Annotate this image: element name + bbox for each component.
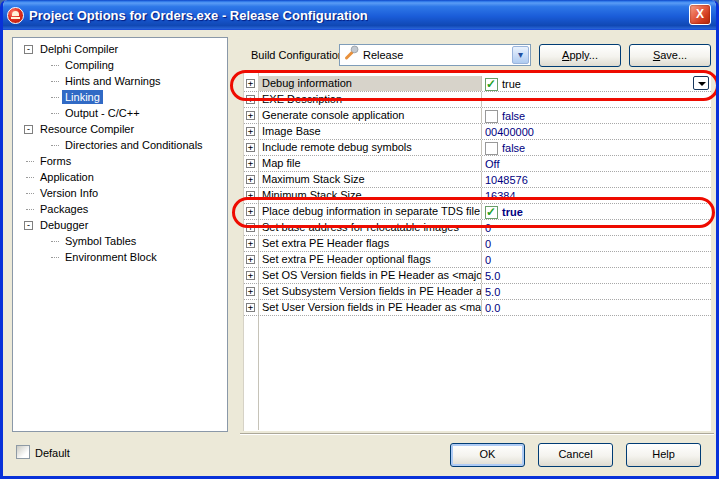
ok-button[interactable]: OK bbox=[450, 443, 525, 467]
close-button[interactable]: X bbox=[689, 4, 711, 25]
property-value[interactable] bbox=[481, 92, 711, 107]
property-value[interactable]: 16384 bbox=[481, 188, 711, 203]
grid-row-set-user-version-fields-in-pe-header-as-major[interactable]: +Set User Version fields in PE Header as… bbox=[244, 300, 711, 316]
tree-item-symbol-tables[interactable]: Symbol Tables bbox=[13, 233, 227, 249]
tree-collapse-box[interactable]: - bbox=[24, 45, 33, 54]
checked-checkbox[interactable] bbox=[485, 78, 498, 91]
combo-dropdown-button[interactable]: ▾ bbox=[512, 46, 529, 64]
grid-row-generate-console-application[interactable]: +Generate console applicationfalse bbox=[244, 108, 711, 124]
grid-row-place-debug-information-in-separate-tds-file[interactable]: +Place debug information in separate TDS… bbox=[244, 204, 711, 220]
grid-row-set-subsystem-version-fields-in-pe-header-as[interactable]: +Set Subsystem Version fields in PE Head… bbox=[244, 284, 711, 300]
grid-row-gutter: + bbox=[244, 271, 258, 280]
value-dropdown-button[interactable] bbox=[693, 76, 709, 90]
property-value[interactable]: 0.0 bbox=[481, 300, 711, 315]
tree-item-application[interactable]: Application bbox=[13, 169, 227, 185]
build-configuration-combo[interactable]: Release ▾ bbox=[339, 44, 531, 66]
tree-item-compiling[interactable]: Compiling bbox=[13, 57, 227, 73]
property-value[interactable]: 0 bbox=[481, 220, 711, 235]
tree-item-directories-and-conditionals[interactable]: Directories and Conditionals bbox=[13, 137, 227, 153]
properties-grid[interactable]: +Debug informationtrue+EXE Description+G… bbox=[243, 71, 711, 431]
property-value[interactable]: false bbox=[481, 108, 711, 123]
tree-item-version-info[interactable]: Version Info bbox=[13, 185, 227, 201]
tree-collapse-box[interactable]: - bbox=[24, 221, 33, 230]
checked-checkbox[interactable] bbox=[485, 206, 498, 219]
grid-row-maximum-stack-size[interactable]: +Maximum Stack Size1048576 bbox=[244, 172, 711, 188]
titlebar[interactable]: Project Options for Orders.exe - Release… bbox=[0, 0, 719, 30]
grid-row-gutter: + bbox=[244, 175, 258, 184]
expand-box[interactable]: + bbox=[246, 207, 255, 216]
expand-box[interactable]: + bbox=[246, 287, 255, 296]
footer-separator bbox=[240, 433, 714, 435]
grid-row-set-extra-pe-header-optional-flags[interactable]: +Set extra PE Header optional flags0 bbox=[244, 252, 711, 268]
tree-item-label: Environment Block bbox=[62, 250, 160, 264]
expand-box[interactable]: + bbox=[246, 191, 255, 200]
property-value[interactable]: false bbox=[481, 140, 711, 155]
grid-row-image-base[interactable]: +Image Base00400000 bbox=[244, 124, 711, 140]
unchecked-checkbox[interactable] bbox=[485, 110, 498, 123]
grid-row-minimum-stack-size[interactable]: +Minimum Stack Size16384 bbox=[244, 188, 711, 204]
expand-box[interactable]: + bbox=[246, 143, 255, 152]
property-value[interactable]: 5.0 bbox=[481, 268, 711, 283]
expand-box[interactable]: + bbox=[246, 271, 255, 280]
property-value-text: true bbox=[502, 206, 523, 218]
expand-box[interactable]: + bbox=[246, 159, 255, 168]
grid-row-map-file[interactable]: +Map fileOff bbox=[244, 156, 711, 172]
tree-connector bbox=[51, 113, 59, 114]
tree-item-hints-and-warnings[interactable]: Hints and Warnings bbox=[13, 73, 227, 89]
tree-item-resource-compiler[interactable]: -Resource Compiler bbox=[13, 121, 227, 137]
property-value[interactable]: 00400000 bbox=[481, 124, 711, 139]
grid-row-set-extra-pe-header-flags[interactable]: +Set extra PE Header flags0 bbox=[244, 236, 711, 252]
unchecked-checkbox[interactable] bbox=[485, 142, 498, 155]
expand-box[interactable]: + bbox=[246, 303, 255, 312]
tree-item-packages[interactable]: Packages bbox=[13, 201, 227, 217]
tree-collapse-box[interactable]: - bbox=[24, 125, 33, 134]
grid-row-set-base-address-for-relocatable-images[interactable]: +Set base address for relocatable images… bbox=[244, 220, 711, 236]
grid-row-include-remote-debug-symbols[interactable]: +Include remote debug symbolsfalse bbox=[244, 140, 711, 156]
property-value-text: 5.0 bbox=[485, 270, 500, 282]
expand-box[interactable]: + bbox=[246, 239, 255, 248]
property-name: Set extra PE Header flags bbox=[258, 236, 481, 251]
property-value[interactable]: 1048576 bbox=[481, 172, 711, 187]
tree-item-debugger[interactable]: -Debugger bbox=[13, 217, 227, 233]
expand-box[interactable]: + bbox=[246, 79, 255, 88]
expand-box[interactable]: + bbox=[246, 111, 255, 120]
property-name: Debug information bbox=[258, 76, 481, 91]
apply-button[interactable]: Apply... bbox=[539, 44, 621, 67]
tree-item-delphi-compiler[interactable]: -Delphi Compiler bbox=[13, 41, 227, 57]
expand-box[interactable]: + bbox=[246, 127, 255, 136]
expand-box[interactable]: + bbox=[246, 255, 255, 264]
property-name: EXE Description bbox=[258, 92, 481, 107]
property-value[interactable]: 5.0 bbox=[481, 284, 711, 299]
grid-row-gutter: + bbox=[244, 207, 258, 216]
tree-item-forms[interactable]: Forms bbox=[13, 153, 227, 169]
options-tree[interactable]: -Delphi CompilerCompilingHints and Warni… bbox=[12, 37, 228, 432]
expand-box[interactable]: + bbox=[246, 95, 255, 104]
tree-connector bbox=[51, 145, 59, 146]
tree-item-linking[interactable]: Linking bbox=[13, 89, 227, 105]
property-value[interactable]: Off bbox=[481, 156, 711, 171]
grid-row-gutter: + bbox=[244, 111, 258, 120]
apply-button-label: Apply... bbox=[562, 45, 598, 66]
property-name: Set base address for relocatable images bbox=[258, 220, 481, 235]
property-value[interactable]: 0 bbox=[481, 236, 711, 251]
help-button[interactable]: Help bbox=[626, 443, 701, 467]
property-name: Minimum Stack Size bbox=[258, 188, 481, 203]
save-button[interactable]: Save... bbox=[629, 44, 711, 67]
default-checkbox[interactable] bbox=[16, 445, 30, 459]
grid-row-debug-information[interactable]: +Debug informationtrue bbox=[244, 76, 711, 92]
expand-box[interactable]: + bbox=[246, 175, 255, 184]
cancel-button[interactable]: Cancel bbox=[538, 443, 613, 467]
tree-item-label: Debugger bbox=[37, 218, 91, 232]
grid-row-gutter: + bbox=[244, 95, 258, 104]
grid-row-set-os-version-fields-in-pe-header-as-major[interactable]: +Set OS Version fields in PE Header as <… bbox=[244, 268, 711, 284]
property-value[interactable]: true bbox=[481, 76, 711, 91]
grid-row-exe-description[interactable]: +EXE Description bbox=[244, 92, 711, 108]
property-value[interactable]: 0 bbox=[481, 252, 711, 267]
property-value-text: false bbox=[502, 142, 525, 154]
expand-box[interactable]: + bbox=[246, 223, 255, 232]
property-value[interactable]: true bbox=[481, 204, 711, 219]
tree-item-environment-block[interactable]: Environment Block bbox=[13, 249, 227, 265]
build-configuration-value: Release bbox=[363, 49, 512, 61]
tree-item-label: Directories and Conditionals bbox=[62, 138, 206, 152]
tree-item-output-c-c[interactable]: Output - C/C++ bbox=[13, 105, 227, 121]
